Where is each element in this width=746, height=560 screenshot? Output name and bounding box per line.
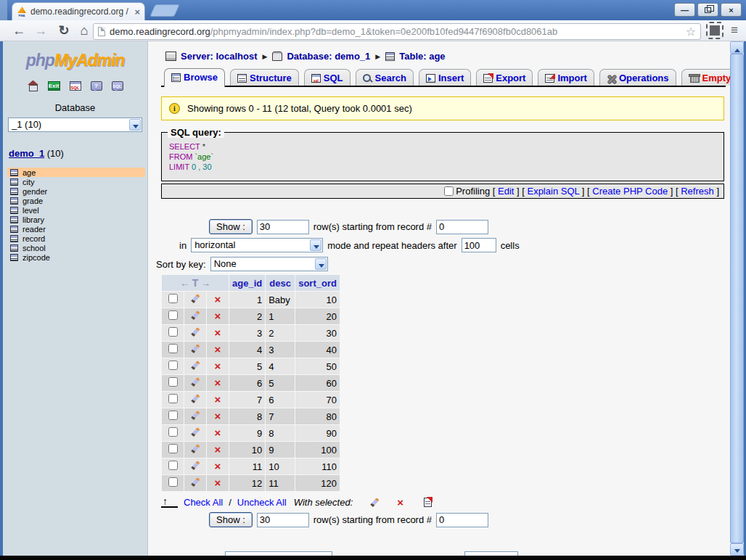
back-icon[interactable]: ← (10, 22, 28, 39)
database-select[interactable]: _1 (10) (8, 118, 142, 132)
repeat-input-bottom-partial[interactable] (464, 551, 518, 556)
breadcrumb-table[interactable]: Table: age (399, 51, 445, 62)
column-header-sort_ord[interactable]: sort_ord (295, 275, 340, 291)
delete-row-icon[interactable]: × (215, 477, 221, 489)
sidebar-table-gender[interactable]: gender (7, 186, 147, 196)
show-button[interactable]: Show : (209, 219, 253, 234)
delete-row-icon[interactable]: × (215, 376, 221, 389)
delete-row-icon[interactable]: × (215, 443, 221, 456)
tab-export[interactable]: Export (476, 69, 533, 86)
scroll-up-icon[interactable] (730, 41, 744, 54)
sidebar-table-reader[interactable]: reader (7, 224, 147, 234)
delete-row-icon[interactable]: × (215, 360, 221, 372)
sidebar-table-zipcode[interactable]: zipcode (7, 252, 147, 262)
scrollbar-thumb[interactable] (730, 54, 744, 543)
edit-link[interactable]: Edit (498, 186, 514, 197)
sidebar-table-city[interactable]: city (7, 177, 147, 186)
home-icon[interactable]: ⌂ (75, 22, 93, 39)
breadcrumb-server[interactable]: Server: localhost (181, 51, 258, 62)
delete-row-icon[interactable]: × (215, 460, 221, 472)
row-checkbox[interactable] (168, 461, 178, 470)
tab-structure[interactable]: Structure (230, 69, 299, 86)
page-scrollbar[interactable] (730, 41, 744, 556)
edit-row-icon[interactable] (191, 327, 200, 337)
edit-row-icon[interactable] (191, 461, 200, 470)
tab-insert[interactable]: Insert (419, 69, 471, 86)
chevron-down-icon[interactable] (315, 258, 327, 270)
breadcrumb-database[interactable]: Database: demo_1 (287, 51, 370, 62)
delete-row-icon[interactable]: × (215, 410, 221, 422)
close-button[interactable]: × (721, 3, 742, 17)
column-header-age_id[interactable]: age_id (229, 275, 265, 291)
delete-row-icon[interactable]: × (215, 393, 221, 405)
row-checkbox[interactable] (168, 444, 178, 453)
help-icon[interactable]: ? (91, 81, 102, 91)
row-count-input[interactable] (257, 220, 309, 234)
edit-row-icon[interactable] (191, 394, 200, 403)
row-checkbox[interactable] (168, 377, 178, 387)
sidebar-table-school[interactable]: school (7, 243, 147, 252)
edit-selected-icon[interactable] (371, 497, 380, 506)
sidebar-table-grade[interactable]: grade (7, 196, 147, 205)
logout-icon[interactable]: Exit (48, 81, 60, 91)
start-record-input-bottom[interactable] (436, 513, 488, 527)
row-checkbox[interactable] (168, 310, 178, 320)
edit-row-icon[interactable] (191, 477, 200, 487)
delete-row-icon[interactable]: × (215, 326, 221, 339)
sidebar-table-library[interactable]: library (7, 215, 147, 224)
mode-select-bottom-partial[interactable] (225, 551, 332, 556)
column-header-desc[interactable]: desc (266, 275, 295, 291)
address-bar[interactable]: demo.readingrecord.org/phpmyadmin/index.… (93, 23, 701, 40)
forward-icon[interactable]: → (32, 22, 49, 39)
check-all-link[interactable]: Check All (184, 497, 223, 508)
sql-query-window-icon[interactable]: SQL (70, 81, 81, 91)
delete-row-icon[interactable]: × (215, 310, 221, 322)
row-checkbox[interactable] (168, 361, 178, 370)
row-checkbox[interactable] (168, 327, 178, 337)
sidebar-table-age[interactable]: age (7, 168, 145, 177)
sidebar-table-level[interactable]: level (7, 205, 147, 215)
edit-row-icon[interactable] (191, 344, 200, 353)
bookmark-star-icon[interactable]: ☆ (686, 25, 696, 38)
chevron-down-icon[interactable] (310, 239, 321, 251)
chevron-down-icon[interactable] (129, 119, 141, 131)
edit-row-icon[interactable] (191, 294, 200, 303)
go-to-top-icon[interactable]: ↑ (161, 496, 178, 508)
delete-row-icon[interactable]: × (215, 293, 221, 305)
profiling-checkbox[interactable] (444, 186, 454, 196)
database-link[interactable]: demo_1 (9, 148, 44, 159)
delete-row-icon[interactable]: × (215, 427, 221, 439)
sidebar-table-record[interactable]: record (7, 234, 147, 243)
uncheck-all-link[interactable]: Uncheck All (237, 497, 287, 508)
edit-row-icon[interactable] (191, 361, 200, 370)
delete-selected-icon[interactable]: × (397, 497, 403, 508)
arrow-left-icon[interactable]: ← (180, 278, 189, 289)
browser-menu-icon[interactable]: ≡ (727, 22, 742, 38)
show-button-bottom[interactable]: Show : (209, 512, 253, 527)
mode-select[interactable]: horizontal (191, 238, 323, 252)
row-checkbox[interactable] (168, 294, 178, 303)
new-tab-button[interactable] (149, 4, 180, 17)
tab-search[interactable]: Search (356, 69, 414, 86)
repeat-headers-input[interactable] (462, 238, 496, 252)
refresh-link[interactable]: Refresh (681, 186, 714, 197)
browser-tab[interactable]: PMA demo.readingrecord.org / loc × (12, 2, 145, 20)
tab-browse[interactable]: Browse (164, 68, 225, 87)
tab-sql[interactable]: sqlSQL (304, 69, 351, 86)
reload-icon[interactable]: ↻ (55, 22, 73, 39)
tab-operations[interactable]: Operations (599, 69, 676, 86)
create-php-code-link[interactable]: Create PHP Code (592, 186, 668, 197)
explain-sql-link[interactable]: Explain SQL (527, 186, 579, 197)
edit-row-icon[interactable] (191, 411, 200, 420)
start-record-input[interactable] (436, 220, 488, 234)
tab-import[interactable]: Import (538, 69, 594, 86)
row-count-input-bottom[interactable] (257, 513, 309, 527)
row-checkbox[interactable] (168, 344, 178, 353)
restore-button[interactable] (697, 3, 718, 17)
arrow-right-icon[interactable]: → (201, 278, 210, 289)
minimize-button[interactable]: — (674, 3, 695, 17)
edit-row-icon[interactable] (191, 377, 200, 387)
tab-empty[interactable]: Empty (681, 69, 730, 86)
row-checkbox[interactable] (168, 427, 178, 437)
edit-row-icon[interactable] (191, 427, 200, 437)
